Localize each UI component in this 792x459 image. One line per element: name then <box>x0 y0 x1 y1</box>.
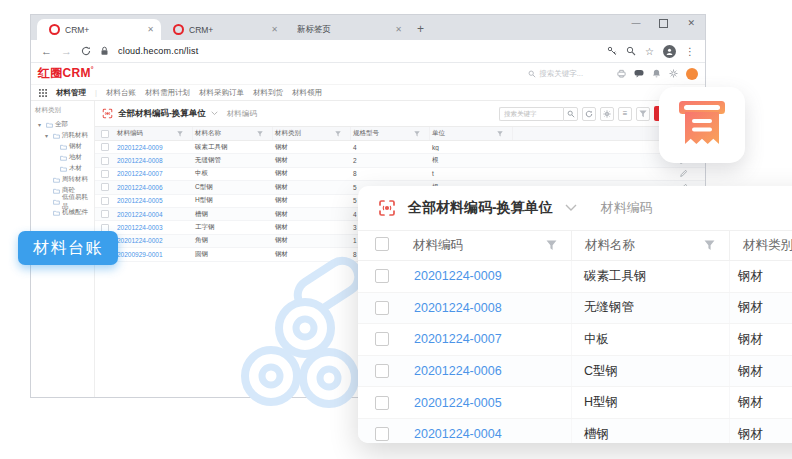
column-header[interactable]: 材料类别 <box>273 127 351 140</box>
tab-close-icon[interactable]: ✕ <box>147 25 154 34</box>
row-checkbox[interactable] <box>375 332 389 346</box>
table-row[interactable]: 20201224-0008 无缝钢管 钢材 2 根 <box>95 154 705 167</box>
new-tab-button[interactable]: + <box>417 22 424 36</box>
filter-funnel-icon[interactable] <box>497 131 503 137</box>
view-title[interactable]: 全部材料编码-换算单位 <box>118 108 206 120</box>
material-code-link[interactable]: 20201224-0006 <box>400 356 572 387</box>
material-code-link[interactable]: 20201224-0003 <box>115 224 193 231</box>
row-checkbox[interactable] <box>375 364 389 378</box>
row-checkbox[interactable] <box>375 396 389 410</box>
row-checkbox[interactable] <box>101 143 109 151</box>
printer-icon[interactable] <box>617 69 626 78</box>
table-row[interactable]: 20201224-0004 槽钢 钢材 <box>358 419 792 443</box>
column-header[interactable]: 单位 <box>430 127 513 140</box>
table-row[interactable]: 20201224-0007 中板 钢材 8 t <box>95 168 705 181</box>
material-code-link[interactable]: 20201224-0005 <box>115 197 193 204</box>
row-checkbox[interactable] <box>375 269 389 283</box>
tree-node[interactable]: ▾ 消耗材料 <box>34 130 94 141</box>
filter-funnel-icon[interactable] <box>335 131 341 137</box>
select-all-checkbox[interactable] <box>101 130 109 138</box>
material-code-link[interactable]: 20201224-0008 <box>400 293 572 324</box>
filter-funnel-icon[interactable] <box>414 131 420 137</box>
zoom-quick-filter-label[interactable]: 材料编码 <box>601 199 653 217</box>
nav-group-label[interactable]: 材料管理 <box>56 88 86 98</box>
key-icon[interactable] <box>607 46 617 56</box>
tree-node[interactable]: ▾ 机械配件 <box>34 207 94 218</box>
row-checkbox[interactable] <box>101 197 109 205</box>
material-code-link[interactable]: 20201224-0007 <box>115 170 193 177</box>
filter-funnel-icon[interactable] <box>257 131 263 137</box>
table-row[interactable]: 20201224-0006 C型钢 钢材 <box>358 356 792 388</box>
tree-node[interactable]: ▾ 钢材 <box>34 141 94 152</box>
column-header[interactable]: 材料名称 <box>572 231 730 260</box>
column-header[interactable]: 材料编码 <box>400 231 572 260</box>
row-checkbox[interactable] <box>375 427 389 441</box>
column-header[interactable]: 材料名称 <box>193 127 273 140</box>
material-code-link[interactable]: 20201224-0009 <box>400 261 572 292</box>
table-row[interactable]: 20201224-0009 碳素工具钢 钢材 4 kg <box>95 141 705 154</box>
minimize-button[interactable]: — <box>631 18 640 28</box>
row-checkbox[interactable] <box>101 170 109 178</box>
row-checkbox[interactable] <box>101 210 109 218</box>
tree-node[interactable]: ▾ 全部 <box>34 119 94 130</box>
gear-icon[interactable] <box>669 69 678 78</box>
message-icon[interactable] <box>634 69 644 78</box>
profile-avatar[interactable] <box>663 45 676 58</box>
tree-node[interactable]: ▾ 低值易耗品 <box>34 196 94 207</box>
chevron-down-icon[interactable] <box>565 204 577 212</box>
material-code-link[interactable]: 20201224-0004 <box>115 211 193 218</box>
user-avatar[interactable] <box>686 68 698 80</box>
edit-pencil-icon[interactable] <box>680 170 687 177</box>
select-all-checkbox[interactable] <box>375 237 389 251</box>
row-checkbox[interactable] <box>375 301 389 315</box>
column-header[interactable]: 规格型号 <box>351 127 430 140</box>
material-code-link[interactable]: 20201224-0006 <box>115 184 193 191</box>
table-row[interactable]: 20201224-0007 中板 钢材 <box>358 324 792 356</box>
zoom-view-title[interactable]: 全部材料编码-换算单位 <box>408 199 553 217</box>
bookmark-star-icon[interactable]: ☆ <box>645 46 654 57</box>
column-header[interactable]: 材料类别 <box>730 231 792 260</box>
reload-icon[interactable] <box>81 46 91 56</box>
tab-close-icon[interactable]: ✕ <box>271 25 278 34</box>
filter-funnel-icon[interactable] <box>177 131 183 137</box>
nav-item[interactable]: 材料到货 <box>253 88 283 98</box>
material-code-link[interactable]: 20201224-0008 <box>115 157 193 164</box>
material-code-link[interactable]: 20200929-0001 <box>115 251 193 258</box>
nav-item[interactable]: 材料需用计划 <box>145 88 190 98</box>
material-code-link[interactable]: 20201224-0002 <box>115 237 193 244</box>
table-search-input[interactable] <box>499 107 563 121</box>
table-row[interactable]: 20201224-0005 H型钢 钢材 <box>358 387 792 419</box>
tree-node[interactable]: ▾ 木材 <box>34 163 94 174</box>
nav-item[interactable]: 材料领用 <box>292 88 322 98</box>
tree-node[interactable]: ▾ 地材 <box>34 152 94 163</box>
material-code-link[interactable]: 20201224-0009 <box>115 144 193 151</box>
filter-funnel-icon[interactable] <box>704 240 715 251</box>
bell-icon[interactable] <box>652 69 661 78</box>
caret-down-icon[interactable]: ▾ <box>38 121 44 128</box>
tree-node[interactable]: ▾ 周转材料 <box>34 174 94 185</box>
header-search[interactable]: 搜索关键字... <box>528 69 583 79</box>
material-code-link[interactable]: 20201224-0005 <box>400 387 572 418</box>
refresh-button[interactable] <box>582 107 596 121</box>
quick-filter-label[interactable]: 材料编码 <box>227 109 257 119</box>
close-button[interactable]: ✕ <box>687 18 695 28</box>
filter-funnel-icon[interactable] <box>546 240 557 251</box>
browser-menu-icon[interactable]: ⋮ <box>685 46 695 57</box>
tab-close-icon[interactable]: ✕ <box>395 25 402 34</box>
search-button[interactable] <box>563 107 578 121</box>
apps-grid-icon[interactable] <box>39 89 47 97</box>
row-checkbox[interactable] <box>101 183 109 191</box>
list-view-button[interactable]: ≡ <box>618 107 632 121</box>
browser-tab[interactable]: CRM+ ✕ <box>37 19 161 40</box>
table-row[interactable]: 20201224-0008 无缝钢管 钢材 <box>358 293 792 325</box>
material-code-link[interactable]: 20201224-0004 <box>400 419 572 443</box>
nav-item[interactable]: 材料台账 <box>106 88 136 98</box>
table-row[interactable]: 20201224-0009 碳素工具钢 钢材 <box>358 261 792 293</box>
url-text[interactable]: cloud.hecom.cn/list <box>118 46 198 56</box>
caret-down-icon[interactable]: ▾ <box>45 132 51 139</box>
zoom-icon[interactable] <box>626 46 636 56</box>
browser-tab[interactable]: CRM+ ✕ <box>161 19 285 40</box>
forward-icon[interactable]: → <box>61 45 72 57</box>
nav-item[interactable]: 材料采购订单 <box>199 88 244 98</box>
column-header[interactable]: 材料编码 <box>115 127 193 140</box>
